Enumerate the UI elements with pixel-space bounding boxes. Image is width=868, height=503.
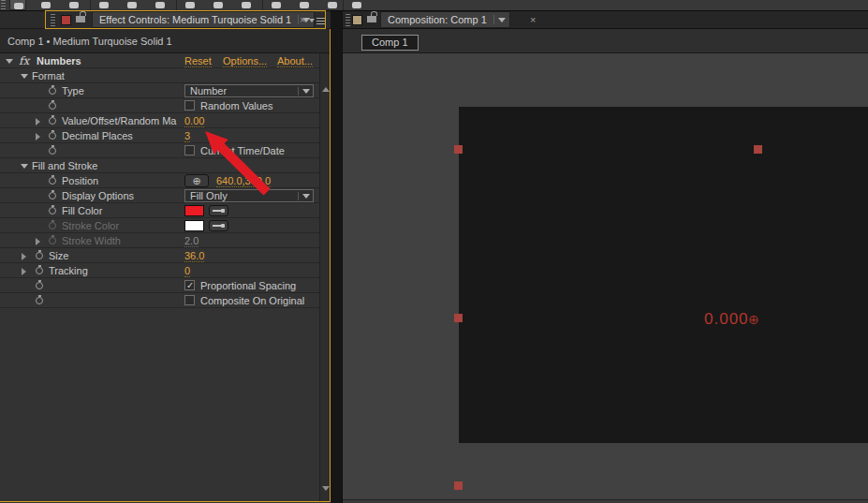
row-composite-on-original: Composite On Original xyxy=(0,293,319,308)
stopwatch-icon[interactable] xyxy=(49,207,56,215)
scroll-up-button[interactable] xyxy=(321,83,330,95)
brush-tool[interactable] xyxy=(268,0,285,10)
stopwatch-icon[interactable] xyxy=(36,252,43,259)
row-stroke-width: Stroke Width 2.0 xyxy=(0,233,319,248)
panel-drag-grip[interactable] xyxy=(51,14,55,26)
unlocked-padlock-icon[interactable] xyxy=(76,16,85,22)
row-type: Type Number xyxy=(0,83,319,98)
row-tracking: Tracking 0 xyxy=(0,263,319,278)
property-label: Display Options xyxy=(62,190,134,201)
about-link[interactable]: About... xyxy=(277,55,313,67)
collapse-group-icon[interactable] xyxy=(21,74,28,79)
dropdown-value: Fill Only xyxy=(185,191,298,201)
effect-point-icon[interactable]: ⊕ xyxy=(748,312,759,327)
effect-point-crosshair-button[interactable] xyxy=(184,174,209,187)
expand-property-icon[interactable] xyxy=(36,133,40,141)
expand-property-icon[interactable] xyxy=(22,268,26,275)
collapse-effect-icon[interactable] xyxy=(6,59,13,64)
checkbox-label: Proportional Spacing xyxy=(200,280,296,291)
stopwatch-icon[interactable] xyxy=(49,237,56,244)
stopwatch-icon[interactable] xyxy=(49,102,56,110)
fill-color-swatch[interactable] xyxy=(184,205,204,216)
stopwatch-icon[interactable] xyxy=(49,117,56,125)
panel-menu-icon[interactable] xyxy=(309,15,326,26)
rendered-number-text: 0.000 xyxy=(704,310,749,329)
stopwatch-icon[interactable] xyxy=(49,222,56,229)
stopwatch-icon[interactable] xyxy=(49,147,56,155)
close-panel-icon[interactable]: × xyxy=(527,14,538,25)
tab-composition[interactable]: Composition: Comp 1 xyxy=(380,11,510,28)
eyedropper-icon[interactable] xyxy=(209,205,228,216)
type-dropdown[interactable]: Number xyxy=(184,84,314,97)
composition-canvas[interactable] xyxy=(459,107,868,443)
display-options-dropdown[interactable]: Fill Only xyxy=(184,189,314,202)
pan-behind-tool[interactable] xyxy=(152,0,169,10)
random-values-checkbox[interactable] xyxy=(184,100,195,111)
expand-property-icon[interactable] xyxy=(36,238,40,245)
zoom-tool[interactable] xyxy=(66,0,82,10)
scroll-down-button[interactable] xyxy=(321,482,330,494)
expand-property-icon[interactable] xyxy=(22,253,26,260)
scroll-up-icon xyxy=(322,87,330,92)
property-label: Tracking xyxy=(49,265,88,276)
rotation-tool[interactable] xyxy=(96,0,112,10)
active-panel-outline-bottom xyxy=(0,501,331,502)
layer-handle-mid-left[interactable] xyxy=(454,314,463,322)
layer-handle-bottom-left[interactable] xyxy=(454,481,463,490)
effect-controls-panel: Effect Controls: Medium Turquoise Solid … xyxy=(0,11,331,503)
stopwatch-icon[interactable] xyxy=(36,297,43,304)
clone-stamp-tool[interactable] xyxy=(296,0,313,10)
tab-effect-controls[interactable]: Effect Controls: Medium Turquoise Solid … xyxy=(92,11,315,28)
composite-on-original-checkbox[interactable] xyxy=(184,295,195,305)
tracking-value[interactable]: 0 xyxy=(184,265,190,277)
size-value[interactable]: 36.0 xyxy=(184,250,204,262)
puppet-pin-tool[interactable] xyxy=(348,0,365,10)
toolbar-drag-grip[interactable] xyxy=(1,0,6,11)
row-stroke-color: Stroke Color xyxy=(0,218,319,233)
collapse-group-icon[interactable] xyxy=(21,164,28,169)
comp-1-button[interactable]: Comp 1 xyxy=(361,35,419,51)
dropdown-value: Number xyxy=(185,86,298,96)
stopwatch-icon[interactable] xyxy=(36,267,43,274)
unlocked-padlock-icon[interactable] xyxy=(367,16,376,22)
eraser-tool[interactable] xyxy=(324,0,341,10)
reset-link[interactable]: Reset xyxy=(184,55,212,67)
stopwatch-icon[interactable] xyxy=(49,192,56,200)
panel-group-color-swatch xyxy=(61,15,71,25)
vertical-scrollbar[interactable] xyxy=(319,53,330,501)
group-row-fill-and-stroke: Fill and Stroke xyxy=(0,158,319,173)
expand-property-icon[interactable] xyxy=(36,118,40,126)
panel-drag-grip[interactable] xyxy=(346,14,350,26)
mask-shape-tool[interactable] xyxy=(182,0,199,10)
stopwatch-icon[interactable] xyxy=(49,87,56,95)
tab-dropdown-button[interactable] xyxy=(494,18,509,22)
value-offset-value[interactable]: 0.00 xyxy=(184,115,204,127)
row-random-values: Random Values xyxy=(0,98,319,113)
unified-camera-tool[interactable] xyxy=(124,0,140,10)
panel-divider[interactable] xyxy=(331,11,342,503)
composition-viewer[interactable]: 0.000 ⊕ xyxy=(343,53,868,499)
options-link[interactable]: Options... xyxy=(223,55,267,67)
type-tool[interactable] xyxy=(238,0,255,10)
pen-tool[interactable] xyxy=(210,0,227,10)
layer-handle-top-center[interactable] xyxy=(754,145,762,154)
toolbar-separator xyxy=(90,0,91,11)
stroke-width-value[interactable]: 2.0 xyxy=(184,235,199,247)
stopwatch-icon[interactable] xyxy=(49,177,56,185)
stopwatch-icon[interactable] xyxy=(36,282,43,289)
hand-tool[interactable] xyxy=(37,0,54,10)
property-label: Type xyxy=(62,85,84,96)
proportional-spacing-checkbox[interactable] xyxy=(184,280,195,290)
layer-handle-top-left[interactable] xyxy=(454,145,463,154)
property-label: Value/Offset/Random Ma xyxy=(62,115,177,126)
stroke-color-swatch[interactable] xyxy=(184,220,204,231)
position-value[interactable]: 640.0,360.0 xyxy=(216,175,271,187)
toolbar-separator xyxy=(176,0,177,11)
eyedropper-icon[interactable] xyxy=(209,220,228,231)
stopwatch-icon[interactable] xyxy=(49,132,56,140)
current-time-date-checkbox[interactable] xyxy=(184,145,195,155)
close-panel-icon[interactable]: × xyxy=(297,14,308,25)
tab-title: Effect Controls: Medium Turquoise Solid … xyxy=(93,14,298,25)
selection-tool[interactable] xyxy=(9,0,26,10)
decimal-places-value[interactable]: 3 xyxy=(184,130,190,142)
